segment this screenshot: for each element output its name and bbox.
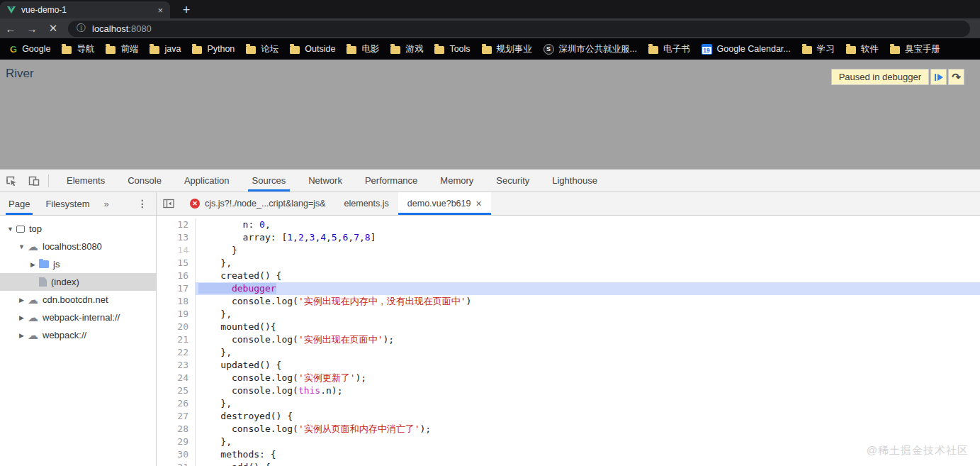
code-view[interactable]: 12 n: 0,13 array: [1,2,3,4,5,6,7,8]14 }1…: [157, 216, 980, 466]
devtools-tab-network[interactable]: Network: [297, 170, 354, 192]
tree-item[interactable]: ▶☁webpack://: [0, 326, 156, 344]
code-line[interactable]: 23 updated() {: [157, 359, 980, 372]
chevron-down-icon[interactable]: ▼: [6, 226, 15, 233]
new-tab-button[interactable]: +: [177, 1, 196, 18]
line-number[interactable]: 28: [157, 423, 196, 436]
line-number[interactable]: 31: [157, 461, 196, 466]
code-line[interactable]: 15 },: [157, 257, 980, 270]
inspect-element-icon[interactable]: [5, 174, 18, 187]
line-number[interactable]: 15: [157, 257, 196, 270]
chevron-down-icon[interactable]: ▼: [17, 243, 26, 250]
devtools-tab-memory[interactable]: Memory: [429, 170, 485, 192]
file-tab[interactable]: elements.js: [335, 192, 398, 215]
devtools-tab-security[interactable]: Security: [485, 170, 541, 192]
bookmark-item[interactable]: Python: [192, 44, 235, 54]
bookmark-item[interactable]: 游戏: [390, 43, 423, 55]
stop-icon[interactable]: ✕: [43, 22, 64, 35]
tree-item[interactable]: ▼☁localhost:8080: [0, 238, 156, 255]
tree-item[interactable]: ▼top: [0, 220, 156, 238]
chevron-right-icon[interactable]: ▶: [28, 261, 38, 268]
bookmark-item[interactable]: GGoogle: [10, 44, 50, 55]
bookmark-item[interactable]: 规划事业: [482, 43, 532, 55]
code-line[interactable]: 13 array: [1,2,3,4,5,6,7,8]: [157, 231, 980, 244]
code-line[interactable]: 24 console.log('实例更新了');: [157, 372, 980, 384]
code-line[interactable]: 12 n: 0,: [157, 218, 980, 231]
browser-tab[interactable]: vue-demo-1 ×: [0, 1, 170, 18]
menu-icon[interactable]: ⋮: [137, 198, 147, 209]
bookmark-item[interactable]: 前端: [106, 43, 138, 55]
bookmark-item[interactable]: 电影: [347, 43, 379, 55]
devtools-tab-elements[interactable]: Elements: [55, 170, 116, 192]
code-line[interactable]: 26 },: [157, 397, 980, 410]
bookmark-item[interactable]: Outside: [290, 44, 335, 54]
code-line[interactable]: 25 console.log(this.n);: [157, 384, 980, 397]
line-number[interactable]: 16: [157, 270, 196, 282]
bookmark-item[interactable]: S深圳市公共就业服...: [543, 43, 637, 55]
bookmark-item[interactable]: 论坛: [246, 43, 278, 55]
line-number[interactable]: 23: [157, 359, 196, 372]
line-number[interactable]: 19: [157, 308, 196, 321]
devtools-tab-application[interactable]: Application: [173, 170, 241, 192]
line-number[interactable]: 21: [157, 333, 196, 346]
devtools-tab-console[interactable]: Console: [116, 170, 173, 192]
chevron-right-icon[interactable]: ▶: [17, 296, 26, 304]
forward-icon[interactable]: →: [21, 23, 43, 35]
file-tab[interactable]: demo.vue?b619×: [398, 192, 491, 215]
line-number[interactable]: 27: [157, 410, 196, 423]
tree-item[interactable]: (index): [0, 273, 156, 291]
devtools-tab-lighthouse[interactable]: Lighthouse: [541, 170, 609, 192]
bookmark-item[interactable]: 19Google Calendar...: [702, 44, 791, 55]
line-number[interactable]: 12: [157, 218, 196, 231]
line-number[interactable]: 18: [157, 295, 196, 308]
address-bar[interactable]: ⓘ localhost :8080: [68, 21, 970, 37]
code-line[interactable]: 22 },: [157, 346, 980, 359]
more-tabs-icon[interactable]: »: [104, 199, 109, 209]
resume-script-button[interactable]: [930, 69, 947, 85]
line-number[interactable]: 25: [157, 384, 196, 397]
code-line[interactable]: 18 console.log('实例出现在内存中，没有出现在页面中'): [157, 295, 980, 308]
bookmark-item[interactable]: Tools: [434, 44, 470, 54]
tree-item[interactable]: ▶☁webpack-internal://: [0, 309, 156, 326]
bookmark-item[interactable]: 学习: [802, 43, 835, 55]
bookmark-item[interactable]: 导航: [62, 43, 94, 55]
toggle-device-toolbar-icon[interactable]: [28, 174, 40, 187]
code-line[interactable]: 27 destroyed() {: [157, 410, 980, 423]
code-line[interactable]: 20 mounted(){: [157, 321, 980, 333]
tree-item[interactable]: ▶☁cdn.bootcdn.net: [0, 291, 156, 309]
devtools-tab-performance[interactable]: Performance: [354, 170, 429, 192]
code-line[interactable]: 14 }: [157, 244, 980, 257]
bookmark-item[interactable]: java: [150, 44, 181, 54]
line-number[interactable]: 26: [157, 397, 196, 410]
code-line[interactable]: 17 debugger: [157, 282, 980, 295]
bookmark-item[interactable]: 电子书: [648, 43, 690, 55]
code-line[interactable]: 29 },: [157, 436, 980, 448]
code-line[interactable]: 16 created() {: [157, 270, 980, 282]
code-line[interactable]: 28 console.log('实例从页面和内存中消亡了');: [157, 423, 980, 436]
sidebar-tab-filesystem[interactable]: Filesystem: [38, 192, 96, 215]
line-number[interactable]: 29: [157, 436, 196, 448]
close-tab-icon[interactable]: ×: [157, 5, 163, 16]
line-number[interactable]: 14: [157, 244, 196, 257]
code-line[interactable]: 19 },: [157, 308, 980, 321]
hide-navigator-icon[interactable]: [157, 192, 181, 215]
code-line[interactable]: 30 methods: {: [157, 448, 980, 461]
line-number[interactable]: 17: [157, 282, 196, 295]
line-number[interactable]: 24: [157, 372, 196, 384]
bookmark-item[interactable]: 软件: [846, 43, 879, 55]
tree-item[interactable]: ▶js: [0, 255, 156, 273]
step-over-button[interactable]: ↷: [948, 69, 964, 85]
line-number[interactable]: 30: [157, 448, 196, 461]
code-line[interactable]: 21 console.log('实例出现在页面中');: [157, 333, 980, 346]
devtools-tab-sources[interactable]: Sources: [241, 170, 298, 192]
info-icon[interactable]: ⓘ: [77, 22, 86, 35]
code-line[interactable]: 31 add() {: [157, 461, 980, 466]
line-number[interactable]: 20: [157, 321, 196, 333]
bookmark-item[interactable]: 臭宝手册: [890, 43, 940, 55]
sidebar-tab-page[interactable]: Page: [1, 192, 37, 215]
line-number[interactable]: 13: [157, 231, 196, 244]
chevron-right-icon[interactable]: ▶: [17, 332, 26, 339]
chevron-right-icon[interactable]: ▶: [17, 314, 26, 321]
file-tab[interactable]: ✕cjs.js?!./node_...cript&lang=js&: [181, 192, 335, 215]
close-icon[interactable]: ×: [475, 198, 481, 209]
line-number[interactable]: 22: [157, 346, 196, 359]
